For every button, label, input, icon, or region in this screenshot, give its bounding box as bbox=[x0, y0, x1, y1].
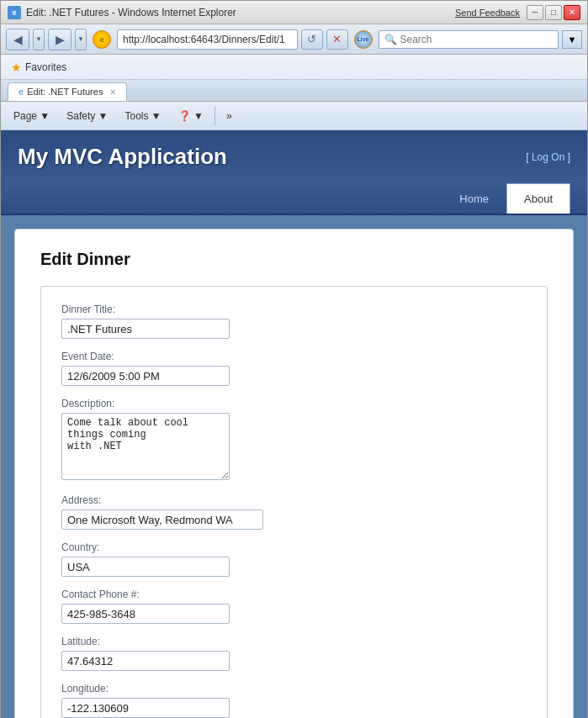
restore-button[interactable]: □ bbox=[545, 5, 562, 20]
refresh-button[interactable]: ↺ bbox=[301, 29, 323, 50]
latitude-input[interactable] bbox=[61, 651, 230, 671]
address-label: Address: bbox=[61, 494, 527, 506]
nav-bar: Home About bbox=[1, 183, 587, 215]
safety-button[interactable]: Safety ▼ bbox=[59, 104, 115, 128]
page-button[interactable]: Page ▼ bbox=[6, 104, 57, 128]
contact-phone-label: Contact Phone #: bbox=[61, 589, 527, 600]
search-bar: 🔍 bbox=[379, 30, 559, 49]
help-button[interactable]: ❓ ▼ bbox=[171, 104, 211, 128]
dinner-title-input[interactable] bbox=[61, 319, 230, 339]
search-input[interactable] bbox=[400, 34, 554, 45]
main-content: Edit Dinner Dinner Title: Event Date: De… bbox=[1, 215, 587, 718]
event-date-group: Event Date: bbox=[61, 351, 527, 386]
stop-button[interactable]: ✕ bbox=[326, 29, 348, 50]
dinner-title-group: Dinner Title: bbox=[61, 304, 527, 339]
login-link[interactable]: Log On bbox=[532, 151, 564, 163]
app-container: My MVC Application [ Log On ] Home About… bbox=[1, 130, 587, 718]
country-group: Country: bbox=[61, 541, 527, 577]
live-search-logo: Live bbox=[352, 28, 375, 51]
ie-logo: e bbox=[90, 28, 114, 51]
active-tab[interactable]: e Edit: .NET Futures ✕ bbox=[8, 82, 127, 101]
search-icon: 🔍 bbox=[384, 34, 397, 45]
close-button[interactable]: ✕ bbox=[564, 5, 580, 20]
longitude-input[interactable] bbox=[61, 698, 230, 718]
country-input[interactable] bbox=[61, 557, 230, 577]
tools-button[interactable]: Tools ▼ bbox=[117, 104, 168, 128]
live-search-inner: Live bbox=[354, 30, 373, 49]
favorites-bar: ★ Favorites bbox=[1, 55, 587, 80]
contact-phone-input[interactable] bbox=[61, 604, 230, 624]
address-group: Address: bbox=[61, 494, 527, 530]
tab-icon: e bbox=[19, 87, 24, 97]
minimize-button[interactable]: ─ bbox=[527, 5, 543, 20]
longitude-label: Longitude: bbox=[61, 683, 527, 694]
tab-bar: e Edit: .NET Futures ✕ bbox=[1, 80, 587, 102]
login-area: [ Log On ] bbox=[526, 151, 570, 163]
send-feedback-link[interactable]: Send Feedback bbox=[455, 8, 520, 18]
toolbar: Page ▼ Safety ▼ Tools ▼ ❓ ▼ » bbox=[1, 102, 587, 130]
toolbar-more-button[interactable]: » bbox=[219, 104, 240, 128]
star-icon: ★ bbox=[11, 61, 22, 74]
login-bracket-open: [ bbox=[526, 151, 528, 163]
toolbar-separator bbox=[215, 107, 215, 125]
browser-window: e Edit: .NET Futures - Windows Internet … bbox=[0, 0, 588, 718]
dinner-title-label: Dinner Title: bbox=[61, 304, 527, 315]
window-title: Edit: .NET Futures - Windows Internet Ex… bbox=[26, 7, 455, 18]
description-textarea[interactable]: Come talk about cool things coming with … bbox=[61, 413, 230, 480]
event-date-label: Event Date: bbox=[61, 351, 527, 362]
address-bar: ◀ ▼ ▶ ▼ e ↺ ✕ Live 🔍 ▼ bbox=[1, 24, 587, 55]
description-group: Description: Come talk about cool things… bbox=[61, 398, 527, 483]
favorites-label: Favorites bbox=[25, 61, 66, 73]
address-input[interactable] bbox=[117, 29, 298, 50]
nav-about[interactable]: About bbox=[506, 183, 570, 214]
tab-label: Edit: .NET Futures bbox=[27, 87, 103, 97]
nav-home[interactable]: Home bbox=[442, 183, 506, 214]
title-bar: e Edit: .NET Futures - Windows Internet … bbox=[1, 1, 587, 24]
address-input[interactable] bbox=[61, 509, 263, 530]
forward-dropdown[interactable]: ▼ bbox=[75, 29, 87, 50]
ie-icon: e bbox=[8, 6, 21, 19]
latitude-label: Latitude: bbox=[61, 636, 527, 647]
favorites-button[interactable]: ★ Favorites bbox=[8, 59, 70, 76]
content-card: Edit Dinner Dinner Title: Event Date: De… bbox=[14, 229, 574, 718]
description-label: Description: bbox=[61, 398, 527, 409]
app-header: My MVC Application [ Log On ] bbox=[1, 130, 587, 183]
app-title: My MVC Application bbox=[18, 144, 227, 170]
country-label: Country: bbox=[61, 541, 527, 553]
search-button[interactable]: ▼ bbox=[562, 30, 582, 49]
latitude-group: Latitude: bbox=[61, 636, 527, 671]
contact-phone-group: Contact Phone #: bbox=[61, 589, 527, 624]
tab-close-icon[interactable]: ✕ bbox=[109, 87, 116, 97]
back-button[interactable]: ◀ bbox=[6, 29, 29, 50]
ie-logo-inner: e bbox=[93, 30, 111, 49]
forward-button[interactable]: ▶ bbox=[48, 29, 72, 50]
window-controls: ─ □ ✕ bbox=[527, 5, 580, 20]
back-dropdown[interactable]: ▼ bbox=[33, 29, 45, 50]
longitude-group: Longitude: bbox=[61, 683, 527, 718]
page-title: Edit Dinner bbox=[40, 250, 548, 269]
edit-form: Dinner Title: Event Date: Description: C… bbox=[40, 286, 548, 718]
login-bracket-close: ] bbox=[568, 151, 570, 163]
event-date-input[interactable] bbox=[61, 366, 230, 386]
